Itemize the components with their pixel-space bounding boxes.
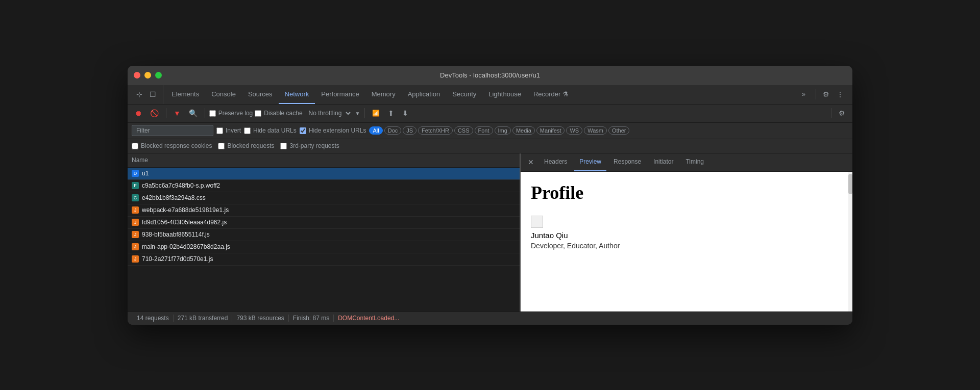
filter-wasm[interactable]: Wasm <box>584 126 607 135</box>
tab-icons: ⊹ ☐ <box>130 85 163 104</box>
filter-doc[interactable]: Doc <box>384 126 402 135</box>
tab-recorder[interactable]: Recorder ⚗ <box>527 85 575 104</box>
minimize-button[interactable] <box>144 72 151 79</box>
row-css-icon: C <box>132 194 139 201</box>
filter-input[interactable] <box>132 125 213 136</box>
preview-name: Juntao Qiu <box>531 231 842 240</box>
window-title: DevTools - localhost:3000/user/u1 <box>440 71 540 79</box>
tab-elements[interactable]: Elements <box>165 85 205 104</box>
sep1 <box>166 108 166 118</box>
upload-icon[interactable]: ⬆ <box>385 107 397 119</box>
panel-tab-preview[interactable]: Preview <box>574 153 606 171</box>
table-row[interactable]: J 710-2a271f77d0d570e1.js <box>128 253 520 266</box>
traffic-lights <box>134 72 162 79</box>
tab-performance[interactable]: Performance <box>315 85 365 104</box>
tab-console[interactable]: Console <box>205 85 242 104</box>
download-icon[interactable]: ⬇ <box>399 107 411 119</box>
filter-bar: Invert Hide data URLs Hide extension URL… <box>128 123 852 139</box>
status-bar: 14 requests 271 kB transferred 793 kB re… <box>128 311 852 325</box>
cursor-icon[interactable]: ⊹ <box>134 89 145 100</box>
filter-fetch[interactable]: Fetch/XHR <box>418 126 453 135</box>
title-bar: DevTools - localhost:3000/user/u1 <box>128 66 852 85</box>
preview-pane: Profile Juntao Qiu Developer, Educator, … <box>521 172 852 311</box>
requests-count: 14 requests <box>133 315 174 322</box>
disable-cache-checkbox[interactable]: Disable cache <box>255 110 302 117</box>
network-list: Name D u1 F c9a5bc6a7c948fb0-s.p.woff2 C… <box>128 153 521 311</box>
preview-content: Profile Juntao Qiu Developer, Educator, … <box>531 182 842 250</box>
filter-ws[interactable]: WS <box>566 126 582 135</box>
devtools-window: DevTools - localhost:3000/user/u1 ⊹ ☐ El… <box>128 66 852 325</box>
panel-tab-initiator[interactable]: Initiator <box>648 153 678 171</box>
filter-font[interactable]: Font <box>475 126 493 135</box>
filter-media[interactable]: Media <box>512 126 535 135</box>
hide-extension-urls-checkbox[interactable]: Hide extension URLs <box>300 127 366 134</box>
sep4 <box>831 108 831 118</box>
fullscreen-button[interactable] <box>155 72 162 79</box>
devtools-panel: ⊹ ☐ Elements Console Sources Network Per… <box>128 85 852 325</box>
resources-size: 793 kB resources <box>232 315 288 322</box>
tab-lighthouse[interactable]: Lighthouse <box>482 85 527 104</box>
search-button[interactable]: 🔍 <box>186 107 201 119</box>
blocked-bar: Blocked response cookies Blocked request… <box>128 139 852 153</box>
table-row[interactable]: C e42bb1b8f3a294a8.css <box>128 192 520 204</box>
preview-title: Profile <box>531 182 842 203</box>
list-header: Name <box>128 153 520 168</box>
clear-button[interactable]: 🚫 <box>147 107 162 119</box>
tab-network[interactable]: Network <box>279 85 315 104</box>
throttle-select[interactable]: No throttling <box>305 108 352 118</box>
row-js-icon: J <box>132 243 139 250</box>
third-party-checkbox[interactable]: 3rd-party requests <box>280 142 339 149</box>
filter-button[interactable]: ▼ <box>170 107 184 119</box>
table-row[interactable]: F c9a5bc6a7c948fb0-s.p.woff2 <box>128 180 520 192</box>
transferred-size: 271 kB transferred <box>174 315 233 322</box>
settings-icon[interactable]: ⚙ <box>820 89 832 100</box>
preserve-log-checkbox[interactable]: Preserve log <box>209 110 253 117</box>
network-toolbar: ⏺ 🚫 ▼ 🔍 Preserve log Disable cache No th… <box>128 105 852 123</box>
filter-css[interactable]: CSS <box>454 126 473 135</box>
right-panel: ✕ Headers Preview Response Initiator Tim… <box>521 153 852 311</box>
more-options-icon[interactable]: ⋮ <box>834 89 846 100</box>
close-panel-button[interactable]: ✕ <box>525 157 537 167</box>
table-row[interactable]: J webpack-e7a688de519819e1.js <box>128 204 520 217</box>
table-row[interactable]: J main-app-02b4d02867b8d2aa.js <box>128 241 520 253</box>
sep3 <box>364 108 365 118</box>
list-body[interactable]: D u1 F c9a5bc6a7c948fb0-s.p.woff2 C e42b… <box>128 168 520 311</box>
close-button[interactable] <box>134 72 140 79</box>
preview-avatar <box>531 216 543 228</box>
network-settings-icon[interactable]: ⚙ <box>836 107 848 119</box>
inspect-icon[interactable]: ☐ <box>147 89 159 100</box>
table-row[interactable]: D u1 <box>128 168 520 180</box>
filter-other[interactable]: Other <box>608 126 630 135</box>
blocked-cookies-checkbox[interactable]: Blocked response cookies <box>132 142 212 149</box>
panel-tab-response[interactable]: Response <box>608 153 646 171</box>
table-row[interactable]: J 938-bf5baabf8655114f.js <box>128 229 520 241</box>
wifi-icon[interactable]: 📶 <box>369 108 383 119</box>
scrollbar-thumb[interactable] <box>848 174 852 194</box>
tab-sources[interactable]: Sources <box>242 85 279 104</box>
tab-more[interactable]: » <box>796 90 812 99</box>
table-row[interactable]: J fd9d1056-403f05feaaa4d962.js <box>128 217 520 229</box>
row-js-icon: J <box>132 231 139 238</box>
record-button[interactable]: ⏺ <box>132 107 145 119</box>
preview-description: Developer, Educator, Author <box>531 242 842 250</box>
separator <box>816 89 816 99</box>
blocked-requests-checkbox[interactable]: Blocked requests <box>218 142 274 149</box>
tab-memory[interactable]: Memory <box>365 85 402 104</box>
row-js-icon: J <box>132 206 139 214</box>
finish-time: Finish: 87 ms <box>289 315 334 322</box>
tab-application[interactable]: Application <box>402 85 447 104</box>
tabs-bar: ⊹ ☐ Elements Console Sources Network Per… <box>128 85 852 105</box>
tabs-right: » ⚙ ⋮ <box>796 89 850 100</box>
panel-tab-timing[interactable]: Timing <box>680 153 709 171</box>
preview-scrollbar[interactable] <box>848 172 852 311</box>
row-font-icon: F <box>132 182 139 189</box>
filter-img[interactable]: Img <box>495 126 511 135</box>
main-content: Name D u1 F c9a5bc6a7c948fb0-s.p.woff2 C… <box>128 153 852 311</box>
filter-manifest[interactable]: Manifest <box>536 126 565 135</box>
tab-security[interactable]: Security <box>446 85 482 104</box>
filter-all[interactable]: All <box>369 126 382 135</box>
invert-checkbox[interactable]: Invert <box>216 127 241 134</box>
hide-data-urls-checkbox[interactable]: Hide data URLs <box>244 127 297 134</box>
filter-js[interactable]: JS <box>403 126 416 135</box>
panel-tab-headers[interactable]: Headers <box>539 153 572 171</box>
